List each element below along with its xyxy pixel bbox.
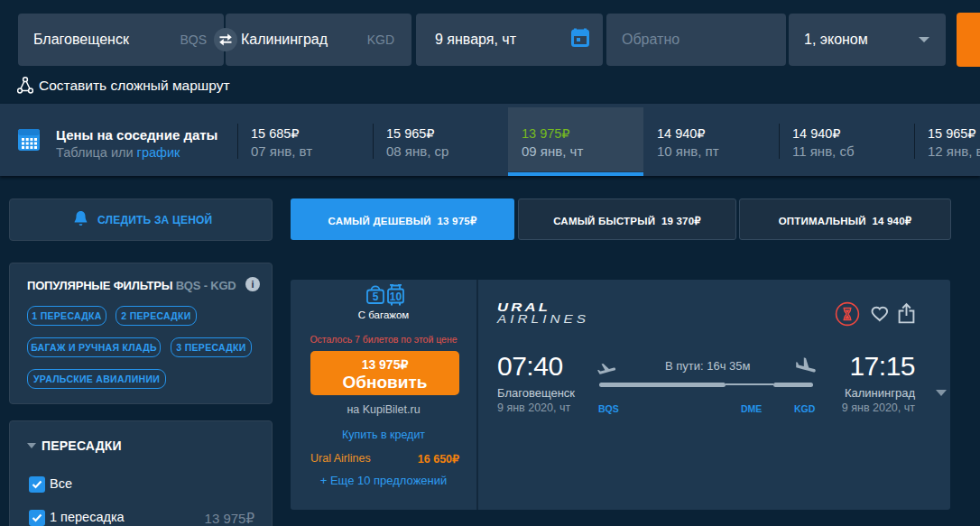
svg-text:5: 5 [372, 291, 378, 303]
svg-text:10: 10 [389, 291, 402, 303]
